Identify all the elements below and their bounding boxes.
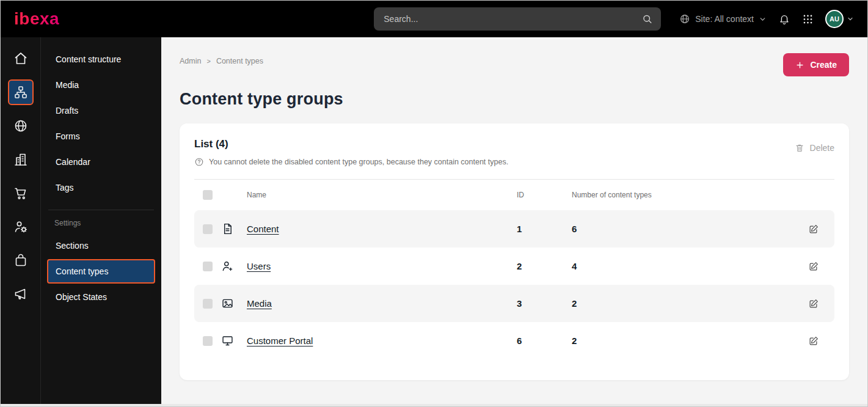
group-id: 2 [517,261,572,271]
content-type-groups-card: List (4) You cannot delete the disabled … [180,123,849,380]
sidebar-item-object-states[interactable]: Object States [47,285,155,309]
group-count: 2 [572,336,801,346]
breadcrumb-separator: > [206,57,210,65]
sidebar-item-calendar[interactable]: Calendar [47,150,155,174]
globe-icon [679,13,690,24]
sidebar-item-drafts[interactable]: Drafts [47,98,155,123]
info-line: You cannot delete the disabled content t… [194,157,508,167]
company-buildings-icon[interactable] [8,147,34,172]
column-header-id: ID [517,191,572,199]
question-circle-icon [194,157,204,167]
ibexa-logo[interactable]: ibexa [14,10,59,28]
search-input[interactable] [374,7,661,31]
table-row: Customer Portal 6 2 [194,322,834,359]
user-menu[interactable]: AU [825,10,854,28]
group-count: 6 [572,224,801,234]
apps-grid-button[interactable] [802,13,814,25]
column-header-count: Number of content types [572,191,801,199]
row-checkbox[interactable] [203,299,213,309]
site-context-selector[interactable]: Site: All context [679,13,767,24]
sidebar-item-sections[interactable]: Sections [47,233,155,258]
global-search [374,7,661,31]
list-title: List (4) [194,138,508,150]
commerce-cart-icon[interactable] [8,180,34,206]
media-image-icon [221,297,247,310]
table-row: Users 2 4 [194,248,834,285]
main-header-row: Admin > Content types Create [180,53,849,76]
card-header: List (4) You cannot delete the disabled … [194,138,834,167]
site-globe-icon[interactable] [8,113,34,139]
main-content: Admin > Content types Create Content typ… [161,37,867,404]
edit-button[interactable] [801,224,826,235]
create-button-label: Create [810,60,837,70]
table-row: Media 3 2 [194,285,834,322]
group-link-users[interactable]: Users [247,261,271,271]
table-row: Content 1 6 [194,210,834,248]
group-count: 2 [572,298,801,309]
group-id: 6 [517,336,572,346]
users-person-icon [221,260,247,273]
breadcrumb: Admin > Content types [180,53,263,65]
row-checkbox[interactable] [203,224,213,234]
breadcrumb-admin[interactable]: Admin [180,57,201,65]
row-checkbox[interactable] [203,262,213,271]
topbar: ibexa Site: All context [1,1,867,37]
edit-button[interactable] [801,261,826,272]
sidebar-item-forms[interactable]: Forms [47,124,155,148]
create-button[interactable]: Create [783,53,849,76]
group-link-content[interactable]: Content [247,224,279,234]
sidebar-divider [48,210,154,210]
row-checkbox[interactable] [203,336,213,346]
chevron-down-icon [847,15,854,23]
sidebar-item-content-types[interactable]: Content types [47,259,155,284]
sidebar: Content structure Media Drafts Forms Cal… [40,37,161,404]
table-header: Name ID Number of content types [194,180,834,210]
info-text: You cannot delete the disabled content t… [209,158,508,166]
notifications-button[interactable] [778,13,790,25]
sidebar-item-media[interactable]: Media [47,73,155,97]
sidebar-item-content-structure[interactable]: Content structure [47,47,155,72]
page-title: Content type groups [180,90,849,109]
group-id: 3 [517,298,572,309]
content-file-icon [221,222,247,235]
group-link-media[interactable]: Media [247,298,272,309]
group-id: 1 [517,224,572,234]
column-header-name: Name [247,191,517,199]
sidebar-settings-label: Settings [41,215,161,232]
product-catalog-bag-icon[interactable] [8,248,34,273]
app-window: ibexa Site: All context [0,0,868,407]
delete-button-label: Delete [810,143,834,153]
avatar: AU [825,10,844,28]
marketing-megaphone-icon[interactable] [8,281,34,307]
site-context-label: Site: All context [695,14,754,24]
select-all-checkbox[interactable] [203,190,213,200]
breadcrumb-content-types: Content types [216,57,263,65]
edit-button[interactable] [801,336,826,346]
group-link-customer-portal[interactable]: Customer Portal [247,336,313,346]
search-icon [641,13,653,25]
delete-button[interactable]: Delete [795,138,834,153]
topbar-actions: Site: All context AU [679,10,854,28]
chevron-down-icon [759,15,767,23]
personalization-user-gear-icon[interactable] [8,214,34,240]
home-icon[interactable] [8,46,34,72]
group-count: 4 [572,261,801,271]
content-structure-icon[interactable] [8,79,34,105]
customer-portal-monitor-icon [221,334,247,347]
icon-rail [1,37,40,404]
plus-icon [795,61,804,70]
trash-icon [795,143,804,153]
app-body: Content structure Media Drafts Forms Cal… [1,37,867,404]
edit-button[interactable] [801,298,826,309]
sidebar-item-tags[interactable]: Tags [47,175,155,200]
